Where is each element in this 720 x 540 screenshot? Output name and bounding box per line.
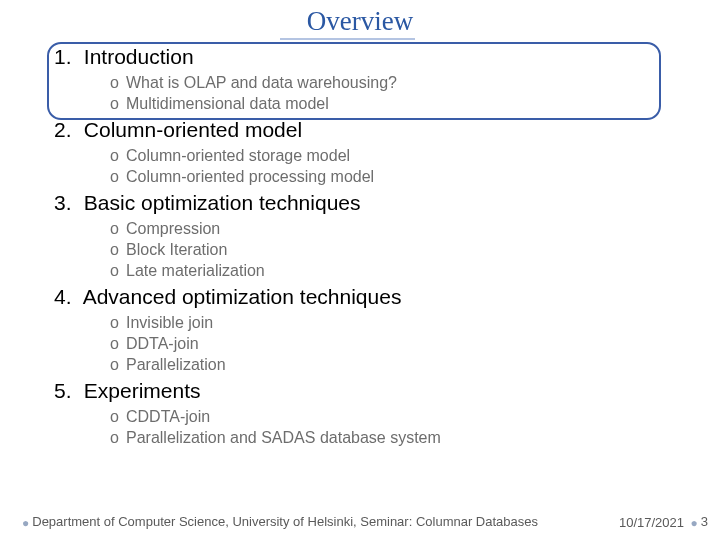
section-number: 2.: [54, 118, 78, 142]
bullet-icon: o: [110, 407, 126, 427]
section-heading: 4. Advanced optimization techniques: [54, 285, 720, 309]
list-item: oBlock Iteration: [110, 240, 720, 260]
sub-label: Column-oriented storage model: [126, 147, 350, 164]
page-title: Overview: [0, 6, 720, 37]
section-advanced-optimization: 4. Advanced optimization techniques oInv…: [0, 285, 720, 375]
list-item: oColumn-oriented processing model: [110, 167, 720, 187]
bullet-icon: o: [110, 146, 126, 166]
section-number: 4.: [54, 285, 78, 309]
bullet-icon: o: [110, 428, 126, 448]
section-number: 1.: [54, 45, 78, 69]
section-heading: 3. Basic optimization techniques: [54, 191, 720, 215]
sub-list: oCompression oBlock Iteration oLate mate…: [110, 219, 720, 281]
sub-label: Late materialization: [126, 262, 265, 279]
section-heading: 1. Introduction: [54, 45, 720, 69]
sub-list: oColumn-oriented storage model oColumn-o…: [110, 146, 720, 187]
section-label: Introduction: [84, 45, 194, 68]
section-experiments: 5. Experiments oCDDTA-join oParallelizat…: [0, 379, 720, 448]
dot-icon: ●: [691, 516, 698, 530]
sub-list: oWhat is OLAP and data warehousing? oMul…: [110, 73, 720, 114]
section-heading: 5. Experiments: [54, 379, 720, 403]
sub-list: oCDDTA-join oParallelization and SADAS d…: [110, 407, 720, 448]
list-item: oLate materialization: [110, 261, 720, 281]
page-number: 3: [701, 514, 708, 529]
section-heading: 2. Column-oriented model: [54, 118, 720, 142]
sub-label: Block Iteration: [126, 241, 227, 258]
bullet-icon: o: [110, 240, 126, 260]
bullet-icon: o: [110, 313, 126, 333]
section-number: 5.: [54, 379, 78, 403]
bullet-icon: o: [110, 261, 126, 281]
sub-label: Column-oriented processing model: [126, 168, 374, 185]
list-item: oWhat is OLAP and data warehousing?: [110, 73, 720, 93]
slide: Overview 1. Introduction oWhat is OLAP a…: [0, 0, 720, 540]
sub-label: DDTA-join: [126, 335, 199, 352]
list-item: oCDDTA-join: [110, 407, 720, 427]
section-label: Advanced optimization techniques: [83, 285, 402, 308]
footer-page: ●3: [691, 514, 708, 530]
bullet-icon: o: [110, 219, 126, 239]
list-item: oInvisible join: [110, 313, 720, 333]
bullet-icon: o: [110, 94, 126, 114]
list-item: oDDTA-join: [110, 334, 720, 354]
list-item: oParallelization and SADAS database syst…: [110, 428, 720, 448]
list-item: oParallelization: [110, 355, 720, 375]
sub-label: Multidimensional data model: [126, 95, 329, 112]
list-item: oCompression: [110, 219, 720, 239]
section-introduction: 1. Introduction oWhat is OLAP and data w…: [0, 45, 720, 114]
list-item: oMultidimensional data model: [110, 94, 720, 114]
sub-label: Compression: [126, 220, 220, 237]
sub-label: Parallelization and SADAS database syste…: [126, 429, 441, 446]
dot-icon: ●: [22, 516, 29, 530]
sub-label: Parallelization: [126, 356, 226, 373]
footer-org-text: Department of Computer Science, Universi…: [32, 514, 538, 529]
sub-list: oInvisible join oDDTA-join oParallelizat…: [110, 313, 720, 375]
section-label: Basic optimization techniques: [84, 191, 361, 214]
section-number: 3.: [54, 191, 78, 215]
sub-label: What is OLAP and data warehousing?: [126, 74, 397, 91]
section-basic-optimization: 3. Basic optimization techniques oCompre…: [0, 191, 720, 281]
list-item: oColumn-oriented storage model: [110, 146, 720, 166]
bullet-icon: o: [110, 73, 126, 93]
bullet-icon: o: [110, 355, 126, 375]
bullet-icon: o: [110, 167, 126, 187]
sub-label: Invisible join: [126, 314, 213, 331]
footer-org: ●Department of Computer Science, Univers…: [22, 514, 538, 530]
sub-label: CDDTA-join: [126, 408, 210, 425]
section-label: Column-oriented model: [84, 118, 302, 141]
bullet-icon: o: [110, 334, 126, 354]
footer-date: 10/17/2021: [619, 515, 684, 530]
title-underline: [280, 38, 415, 40]
section-label: Experiments: [84, 379, 201, 402]
section-column-oriented: 2. Column-oriented model oColumn-oriente…: [0, 118, 720, 187]
